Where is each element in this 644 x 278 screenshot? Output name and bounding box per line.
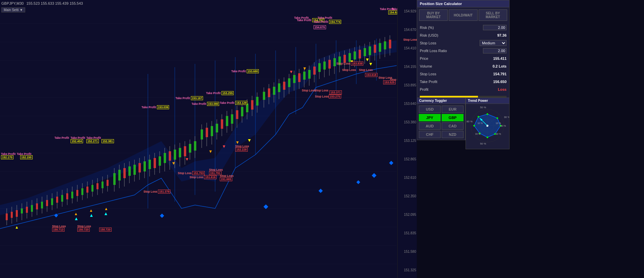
svg-rect-120 [241,107,243,116]
currency-nzd-button[interactable]: NZD [442,131,464,138]
hold-wait-button[interactable]: HOLD/WAIT [449,9,477,21]
currency-eur-button[interactable]: EUR [442,106,464,113]
svg-text:▼: ▼ [235,140,240,145]
svg-rect-74 [123,168,126,178]
currency-aud-button[interactable]: AUD [419,122,441,130]
volume-label: Volume [420,64,432,68]
ann-sl-618: 153.618 [365,73,377,77]
svg-rect-146 [308,70,311,79]
price-152095: 152.095 [404,213,416,216]
svg-rect-62 [91,185,93,192]
svg-rect-92 [169,151,171,161]
svg-rect-100 [189,144,191,153]
ann-sl-bottom2-val: 150.720 [77,228,90,231]
svg-rect-136 [283,82,285,90]
svg-rect-140 [293,75,295,83]
svg-rect-88 [159,156,161,166]
calculator-rows: Risk (%) Risk (USD) 97.36 Stop Loss Shor… [417,23,509,95]
ann-sl-bottom1-val: 150.713 [52,228,65,231]
volume-value: 0.2 Lots [492,64,507,68]
svg-text:▼: ▼ [289,69,293,74]
price-label: Price [420,56,428,61]
calculator-title: Position Size Calculator [417,0,509,7]
buy-by-market-button[interactable]: BUY BY MARKET [419,9,448,21]
svg-point-225 [496,117,498,119]
ann-tp-extra1: Take Profit [294,16,309,19]
svg-rect-168 [364,48,366,56]
risk-percent-label: Risk (%) [420,26,434,30]
sell-by-market-button[interactable]: SELL BY MARKET [479,9,507,21]
svg-rect-134 [278,83,280,92]
price-152350: 152.350 [404,194,416,198]
svg-rect-102 [194,141,196,151]
ann-tp-167: Take Profit 153.167 [175,96,203,100]
ann-sl-371-label2: Stop Loss [315,89,328,92]
svg-text:30 %: 30 % [496,133,501,135]
currency-chf-button[interactable]: CHF [419,131,441,138]
svg-rect-112 [221,119,223,129]
currency-jpy-button[interactable]: JPY [419,114,441,121]
ann-tp-255: Take Profit 153.255 [206,91,234,95]
svg-text:10 %: 10 % [496,122,501,124]
ann-tp-404: Take Profit [54,136,69,140]
svg-rect-34 [21,208,23,213]
ann-sl-top: Stop Loss [403,38,417,41]
svg-rect-72 [118,170,121,181]
svg-rect-172 [374,45,376,53]
profit-row: Profit Loss [420,86,507,93]
svg-rect-183 [160,213,164,218]
currency-grid: USD EUR JPY GBP AUD CAD CHF NZD [417,104,465,140]
price-154410: 154.410 [404,46,416,50]
stop-loss-val-label: Stop Loss [420,72,436,76]
ann-sl-228-val: 152.228 [235,148,248,151]
ann-tp-039: Take Profit 153.039 [142,106,169,109]
svg-rect-128 [263,92,265,100]
action-buttons: BUY BY MARKET HOLD/WAIT SELL BY MARKET [417,7,509,23]
svg-text:▼: ▼ [368,61,373,67]
svg-rect-114 [226,116,228,126]
ann-sl-275-val: 153.275 [329,95,341,98]
profit-loss-ratio-row: Profit Loss Ratio [420,47,507,54]
svg-text:▲: ▲ [104,211,108,216]
main-settings-button[interactable]: Main Setti ▼ [1,7,25,12]
chart-area: GBPJPY,M30 155.523 155.633 155.439 155.5… [0,0,417,278]
profit-loss-ratio-input[interactable] [483,48,507,53]
svg-rect-60 [86,187,88,193]
risk-percent-row: Risk (%) [420,24,507,31]
volume-row: Volume 0.2 Lots [420,63,507,70]
risk-percent-input[interactable] [483,25,507,30]
stop-loss-label: Stop Loss [420,41,436,45]
svg-rect-94 [174,150,176,160]
price-152865: 152.865 [404,157,416,161]
svg-text:▼: ▼ [303,66,307,71]
symbol-label: GBPJPY,M30 [1,1,24,5]
ann-sl-838: Stop Loss 153.838 [336,62,363,65]
trend-radar-chart: 50 % 30 % 50 % 80 % 10 % 10 % 30 % 30 % … [466,104,509,148]
currency-usd-button[interactable]: USD [419,106,441,113]
stop-loss-select[interactable]: Short Medium Long [480,40,507,46]
svg-text:50 %: 50 % [480,106,486,109]
svg-rect-58 [81,188,83,195]
svg-rect-116 [231,114,233,124]
svg-text:30 %: 30 % [475,133,481,135]
currency-gbp-button[interactable]: GBP [442,114,464,121]
svg-rect-44 [46,200,48,206]
price-axis: 154.929 154.670 154.410 154.155 153.895 … [397,0,417,278]
svg-point-228 [487,136,488,138]
price-153640: 153.640 [404,102,416,106]
svg-rect-86 [154,158,156,168]
svg-rect-150 [318,63,321,72]
ann-tp-129: Take Profit 153.129 [220,101,247,105]
trend-power-title: Trend Power [466,98,509,104]
svg-rect-66 [102,182,104,188]
svg-text:30 %: 30 % [504,116,509,119]
svg-rect-96 [179,148,181,157]
risk-usd-row: Risk (USD) 97.36 [420,32,507,39]
svg-text:50 %: 50 % [480,142,486,145]
take-profit-value: 156.650 [493,80,507,84]
price-153380: 153.380 [404,120,416,124]
svg-rect-170 [369,46,371,55]
svg-text:▲: ▲ [104,206,108,211]
svg-rect-98 [184,146,186,156]
currency-cad-button[interactable]: CAD [442,122,464,130]
